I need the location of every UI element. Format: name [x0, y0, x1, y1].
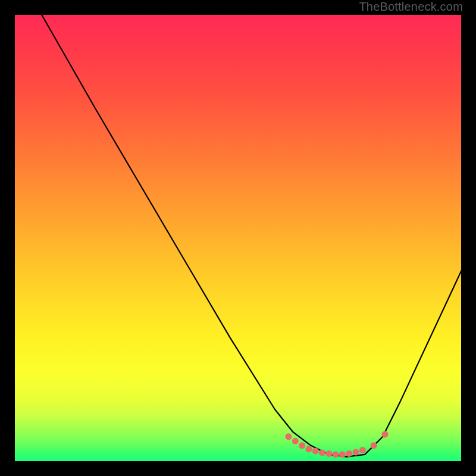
marker-dot: [299, 442, 305, 449]
marker-dot: [325, 450, 332, 457]
marker-dot: [346, 450, 352, 457]
marker-dot: [382, 431, 389, 438]
marker-dot: [333, 451, 339, 458]
marker-dot: [319, 449, 325, 456]
marker-dot: [285, 433, 292, 440]
chart-frame: TheBottleneck.com: [0, 0, 476, 476]
plot-area: [14, 14, 462, 462]
watermark-text: TheBottleneck.com: [359, 0, 463, 13]
marker-dot: [359, 447, 366, 453]
curve-path: [42, 15, 464, 457]
valley-markers: [285, 431, 388, 458]
marker-dot: [353, 449, 359, 456]
marker-dot: [312, 447, 319, 454]
marker-dot: [305, 446, 312, 452]
marker-dot: [339, 451, 346, 458]
marker-dot: [292, 438, 299, 444]
marker-dot: [371, 442, 377, 449]
chart-svg: [15, 15, 464, 464]
